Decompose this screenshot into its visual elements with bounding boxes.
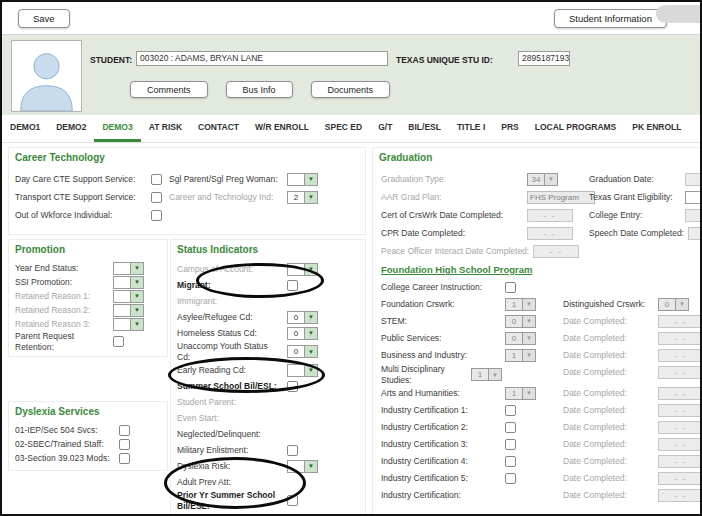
tab-demo2[interactable]: DEMO2 bbox=[48, 115, 94, 142]
checkbox-industry-certification-4[interactable] bbox=[505, 456, 516, 467]
checkbox-01-iep-sec-504-svcs[interactable] bbox=[119, 425, 130, 436]
select-value bbox=[113, 304, 131, 317]
foundation-hs-program-heading: Foundation High School Program bbox=[381, 264, 532, 275]
comments-button[interactable]: Comments bbox=[130, 81, 208, 98]
select-value: 1 bbox=[505, 387, 523, 400]
select-value: 2 bbox=[287, 191, 305, 204]
checkbox-prior-yr-summer-school-bil-esl[interactable] bbox=[287, 495, 298, 506]
field-label: Even Start: bbox=[177, 413, 287, 424]
field-label: Speech Date Completed: bbox=[589, 228, 688, 239]
tab-title-i[interactable]: TITLE I bbox=[449, 115, 493, 142]
chevron-down-icon[interactable]: ▼ bbox=[305, 191, 318, 204]
field-label: Date Completed: bbox=[563, 473, 658, 484]
date-date-completed: - - bbox=[658, 455, 702, 468]
field-label: Unaccomp Youth Status Cd: bbox=[177, 341, 287, 362]
checkbox-03-section-39-023-mods[interactable] bbox=[119, 453, 130, 464]
date-cert-of-crswrk-date-completed: - - bbox=[527, 209, 573, 222]
checkbox-college-career-instruction[interactable] bbox=[505, 282, 516, 293]
checkbox-day-care-cte-support-service[interactable] bbox=[151, 174, 162, 185]
tab-w-r-enroll[interactable]: W/R ENROLL bbox=[247, 115, 317, 142]
tab-bil-esl[interactable]: BIL/ESL bbox=[400, 115, 449, 142]
documents-button[interactable]: Documents bbox=[311, 81, 391, 98]
field-label: Prior Yr Summer School Bil/ESL: bbox=[177, 490, 287, 511]
field-label: Graduation Date: bbox=[589, 174, 685, 185]
chevron-down-icon[interactable]: ▼ bbox=[305, 345, 318, 358]
texas-unique-id-input[interactable]: 2895187193 bbox=[518, 51, 570, 66]
field-label: SSI Promotion: bbox=[15, 277, 113, 288]
select-unaccomp-youth-status-cd[interactable]: 0▼ bbox=[287, 345, 318, 358]
chevron-down-icon[interactable]: ▼ bbox=[305, 364, 318, 377]
field-label: 03-Section 39.023 Mods: bbox=[15, 453, 119, 464]
select-early-reading-cd[interactable]: ▼ bbox=[287, 364, 318, 377]
chevron-down-icon[interactable]: ▼ bbox=[305, 311, 318, 324]
field-label: Early Reading Cd: bbox=[177, 365, 287, 376]
field-homeless-status-cd: Homeless Status Cd:0▼ bbox=[177, 325, 359, 341]
chevron-down-icon[interactable]: ▼ bbox=[305, 327, 318, 340]
field-out-of-wkforce-individual: Out of Wkforce Individual: bbox=[15, 206, 183, 224]
select-homeless-status-cd[interactable]: 0▼ bbox=[287, 327, 318, 340]
select-value: 0 bbox=[505, 315, 523, 328]
pair-right-cell: Date Completed:- - bbox=[563, 347, 702, 364]
checkbox-industry-certification-1[interactable] bbox=[505, 405, 516, 416]
student-id-input[interactable]: 003020 : ADAMS, BRYAN LANE bbox=[136, 51, 388, 66]
pair-left-cell: Foundation Crswrk:1▼ bbox=[381, 296, 563, 313]
checkbox-parent-request-retention[interactable] bbox=[113, 336, 124, 347]
tab-g-t[interactable]: G/T bbox=[370, 115, 400, 142]
tab-demo1[interactable]: DEMO1 bbox=[2, 115, 48, 142]
select-year-end-status[interactable]: ▼ bbox=[113, 262, 144, 275]
field-stem: STEM:0▼ bbox=[381, 313, 563, 329]
select-dyslexia-risk[interactable]: ▼ bbox=[287, 460, 318, 473]
field-even-start: Even Start: bbox=[177, 410, 359, 426]
select-ssi-promotion[interactable]: ▼ bbox=[113, 276, 144, 289]
tab-spec-ed[interactable]: SPEC ED bbox=[317, 115, 370, 142]
chevron-down-icon[interactable]: ▼ bbox=[305, 460, 318, 473]
field-label: Date Completed: bbox=[563, 333, 658, 344]
field-label: Parent Request Retention: bbox=[15, 331, 113, 352]
checkbox-out-of-wkforce-individual[interactable] bbox=[151, 210, 162, 221]
chevron-down-icon[interactable]: ▼ bbox=[305, 173, 318, 186]
select-texas-grant-eligibility[interactable]: ▼ bbox=[685, 191, 702, 204]
select-retained-reason-2[interactable]: ▼ bbox=[113, 304, 144, 317]
tab-prs[interactable]: PRS bbox=[493, 115, 526, 142]
field-label: Transport CTE Support Service: bbox=[15, 192, 151, 203]
select-campus-of-account[interactable]: ▼ bbox=[287, 263, 318, 276]
checkbox-migrant[interactable] bbox=[287, 280, 298, 291]
checkbox-02-sbec-trained-staff[interactable] bbox=[119, 439, 130, 450]
checkbox-summer-school-bil-esl[interactable] bbox=[287, 381, 298, 392]
tab-demo3[interactable]: DEMO3 bbox=[94, 115, 140, 142]
select-value bbox=[287, 263, 305, 276]
tab-contact[interactable]: CONTACT bbox=[190, 115, 247, 142]
field-label: Out of Wkforce Individual: bbox=[15, 210, 151, 221]
checkbox-military-enlistment[interactable] bbox=[287, 445, 298, 456]
field-distinguished-crswrk: Distinguished Crswrk:0▼ bbox=[563, 296, 701, 312]
bus-info-button[interactable]: Bus Info bbox=[226, 81, 293, 98]
save-button[interactable]: Save bbox=[18, 9, 70, 28]
chevron-down-icon[interactable]: ▼ bbox=[131, 304, 144, 317]
tab-local-programs[interactable]: LOCAL PROGRAMS bbox=[527, 115, 625, 142]
chevron-down-icon[interactable]: ▼ bbox=[131, 318, 144, 331]
select-career-and-technology-ind[interactable]: 2▼ bbox=[287, 191, 318, 204]
checkbox-industry-certification-5[interactable] bbox=[505, 473, 516, 484]
field-label: Summer School Bil/ESL: bbox=[177, 381, 287, 392]
pair-left-cell: Public Services:0▼ bbox=[381, 330, 563, 347]
chevron-down-icon[interactable]: ▼ bbox=[131, 262, 144, 275]
date-date-completed: - - bbox=[658, 404, 702, 417]
select-retained-reason-3[interactable]: ▼ bbox=[113, 318, 144, 331]
student-information-button[interactable]: Student Information bbox=[554, 9, 667, 28]
chevron-down-icon[interactable]: ▼ bbox=[131, 290, 144, 303]
field-label: Date Completed: bbox=[563, 367, 658, 378]
tab-pk-enroll[interactable]: PK ENROLL bbox=[624, 115, 689, 142]
chevron-down-icon[interactable]: ▼ bbox=[131, 276, 144, 289]
select-sgl-parent-sgl-preg-woman[interactable]: ▼ bbox=[287, 173, 318, 186]
field-label: Peace Officer Interact Date Completed: bbox=[381, 246, 533, 257]
tab-at-risk[interactable]: AT RISK bbox=[141, 115, 190, 142]
checkbox-transport-cte-support-service[interactable] bbox=[151, 192, 162, 203]
chevron-down-icon[interactable]: ▼ bbox=[305, 263, 318, 276]
pair-left-cell: Industry Certification: bbox=[381, 487, 563, 504]
checkbox-industry-certification-2[interactable] bbox=[505, 422, 516, 433]
date-date-completed: - - bbox=[658, 421, 702, 434]
checkbox-industry-certification-3[interactable] bbox=[505, 439, 516, 450]
select-asylee-refugee-cd[interactable]: 0▼ bbox=[287, 311, 318, 324]
select-retained-reason-1[interactable]: ▼ bbox=[113, 290, 144, 303]
field-label: Industry Certification 1: bbox=[381, 405, 505, 416]
